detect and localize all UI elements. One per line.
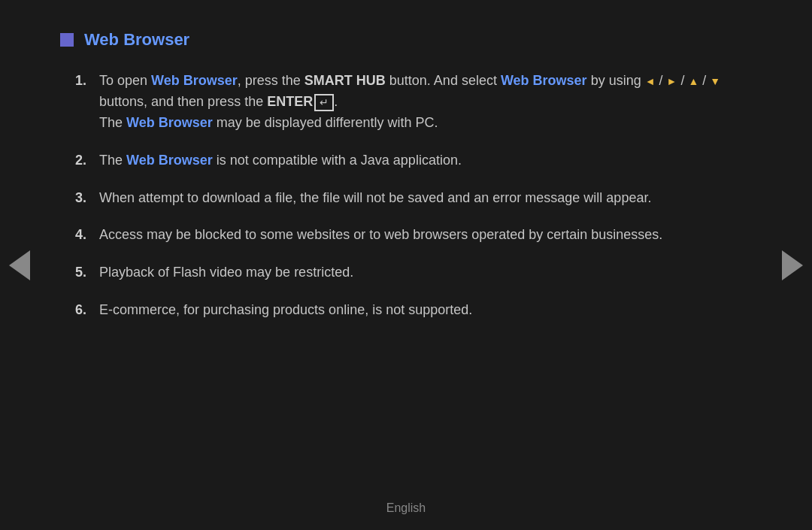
arrow-left-icon: ◄ [645, 75, 656, 87]
title-square-icon [60, 33, 74, 47]
item-number: 1. [75, 71, 99, 134]
list-item: 1. To open Web Browser, press the SMART … [75, 71, 752, 134]
item-text: E-commerce, for purchasing products onli… [99, 300, 472, 321]
arrow-right-icon: ► [667, 75, 677, 87]
main-content: Web Browser 1. To open Web Browser, pres… [0, 0, 812, 530]
item-number: 4. [75, 225, 99, 246]
item-text: To open Web Browser, press the SMART HUB… [99, 71, 752, 134]
arrow-up-icon: ▲ [688, 75, 698, 87]
item-text: Playback of Flash video may be restricte… [99, 262, 353, 283]
nav-arrow-left[interactable] [9, 250, 30, 280]
enter-key-icon: ↵ [314, 94, 334, 111]
item-number: 3. [75, 188, 99, 209]
item-text: The Web Browser is not compatible with a… [99, 150, 462, 171]
highlight-web-browser-3: Web Browser [126, 115, 213, 130]
highlight-web-browser-4: Web Browser [126, 153, 213, 168]
arrow-down-icon: ▼ [710, 75, 720, 87]
list-item: 5. Playback of Flash video may be restri… [75, 262, 752, 283]
page-title: Web Browser [84, 30, 189, 50]
highlight-web-browser-1: Web Browser [151, 73, 238, 88]
smart-hub-label: SMART HUB [304, 73, 386, 88]
enter-label: ENTER [267, 94, 313, 109]
list-item: 2. The Web Browser is not compatible wit… [75, 150, 752, 171]
item-number: 6. [75, 300, 99, 321]
footer: English [0, 501, 812, 515]
page-title-row: Web Browser [60, 30, 752, 50]
items-list: 1. To open Web Browser, press the SMART … [60, 71, 752, 338]
list-item: 4. Access may be blocked to some website… [75, 225, 752, 246]
list-item: 6. E-commerce, for purchasing products o… [75, 300, 752, 321]
list-item: 3. When attempt to download a file, the … [75, 188, 752, 209]
item-text: When attempt to download a file, the fil… [99, 188, 651, 209]
language-label: English [386, 501, 426, 514]
item-number: 5. [75, 262, 99, 283]
item-number: 2. [75, 150, 99, 171]
item-text: Access may be blocked to some websites o… [99, 225, 662, 246]
nav-arrow-right[interactable] [782, 250, 803, 280]
highlight-web-browser-2: Web Browser [501, 73, 587, 88]
